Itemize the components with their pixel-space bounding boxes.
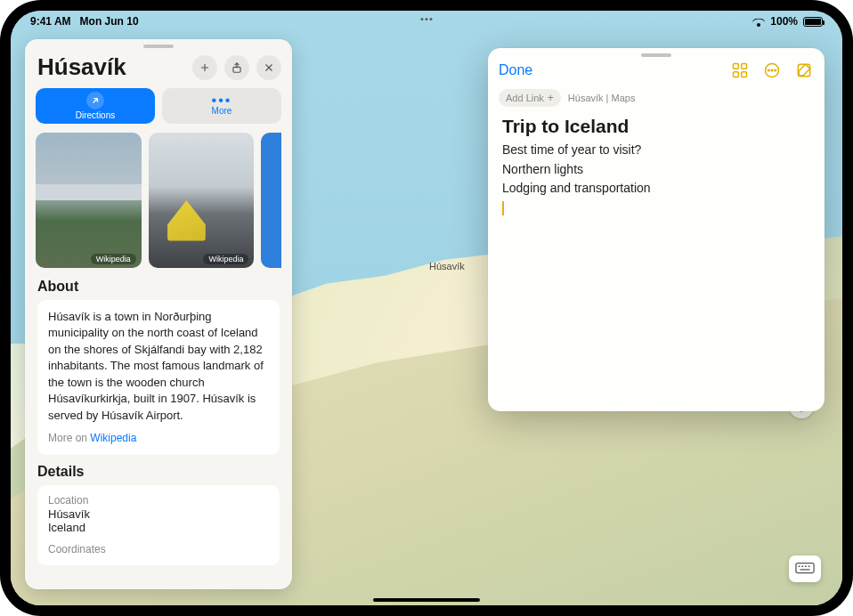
panel-grabber[interactable] [143,45,174,48]
multitask-dots[interactable] [421,18,433,20]
more-button[interactable]: ••• More [162,88,281,124]
place-title: Húsavík [37,53,126,81]
svg-rect-4 [742,72,747,77]
note-line: Lodging and transportation [502,179,810,199]
note-title: Trip to Iceland [502,116,810,137]
directions-icon [86,92,104,109]
plus-icon: + [548,92,554,104]
location-value: Iceland [48,521,269,534]
photo-strip[interactable]: Wikipedia Wikipedia [25,133,292,277]
home-indicator[interactable] [373,598,480,602]
add-link-pill[interactable]: Add Link + [499,89,561,107]
status-time: 9:41 AM [30,15,71,28]
photo-source: Wikipedia [203,254,248,264]
about-text: Húsavík is a town in Norðurþing municipa… [48,310,264,422]
photo-source: Wikipedia [91,254,136,264]
compose-icon[interactable] [794,61,814,80]
battery-icon [803,17,823,27]
note-line: Northern lights [502,160,810,180]
status-bar: 9:41 AM Mon Jun 10 100% [11,11,842,32]
more-icon[interactable] [762,61,782,80]
note-editor[interactable]: Trip to Iceland Best time of year to vis… [488,116,825,411]
svg-rect-1 [734,64,739,69]
place-photo[interactable]: Wikipedia [36,133,142,268]
close-button[interactable] [256,55,281,80]
location-value: Húsavík [48,507,269,521]
status-date: Mon Jun 10 [80,15,139,28]
add-link-label: Add Link [506,93,544,103]
place-photo[interactable] [261,133,281,268]
details-card: Location Húsavík Iceland Coordinates [37,485,280,565]
directions-label: Directions [76,110,115,120]
svg-rect-3 [734,72,739,77]
directions-button[interactable]: Directions [36,88,155,124]
more-icon: ••• [212,96,232,105]
place-photo[interactable]: Wikipedia [149,133,255,268]
svg-rect-11 [796,563,814,573]
share-button[interactable] [224,55,249,80]
wikipedia-link[interactable]: Wikipedia [90,432,136,444]
done-button[interactable]: Done [499,62,532,78]
quick-note-popover: Done Add Link + H [488,48,825,411]
svg-rect-2 [742,64,747,69]
note-line: Best time of year to visit? [502,141,810,160]
svg-point-6 [768,69,769,71]
text-cursor [502,201,504,215]
battery-percent: 100% [770,15,798,28]
details-heading: Details [37,464,280,480]
location-label: Location [48,494,269,507]
gallery-icon[interactable] [730,61,750,80]
add-button[interactable] [192,55,217,80]
about-heading: About [37,279,280,295]
more-on-prefix: More on [48,432,90,444]
screen: 9:41 AM Mon Jun 10 100% Húsavík Húsavík [11,11,842,605]
coordinates-label: Coordinates [48,543,269,555]
note-breadcrumb: Húsavík | Maps [568,93,636,103]
place-card: Húsavík [25,39,292,589]
about-card: Húsavík is a town in Norðurþing municipa… [37,300,280,455]
wifi-icon [752,17,765,27]
keyboard-button[interactable] [789,555,821,582]
more-label: More [212,106,232,116]
map-place-label: Húsavík [429,261,465,272]
svg-point-8 [775,69,776,71]
ipad-frame: 9:41 AM Mon Jun 10 100% Húsavík Húsavík [0,0,853,616]
svg-point-7 [771,69,773,71]
